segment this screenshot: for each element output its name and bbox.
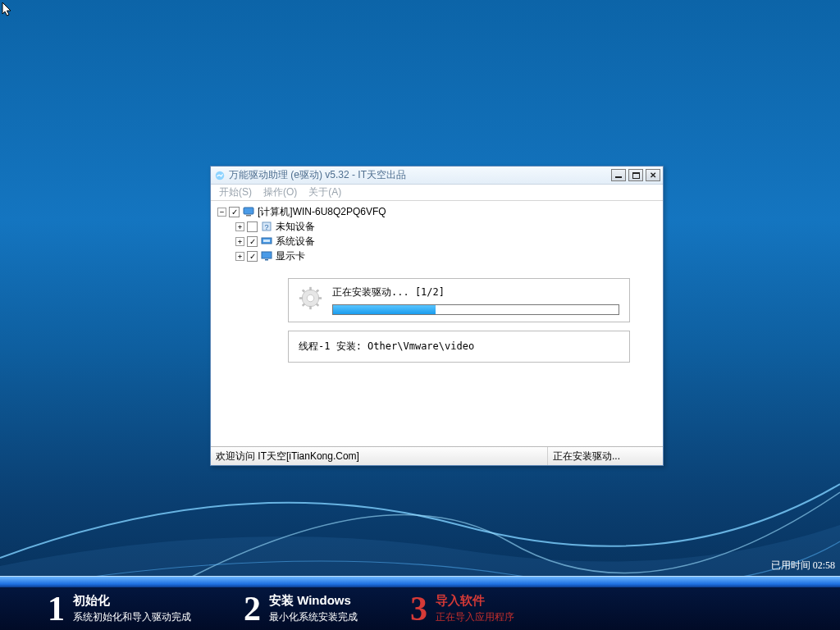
- step-title: 初始化: [73, 593, 191, 609]
- step-3: 3 导入软件 正在导入应用程序: [410, 591, 514, 626]
- status-left: 欢迎访问 IT天空[iTianKong.Com]: [211, 447, 548, 465]
- gear-icon: [299, 286, 322, 314]
- tree-item-display[interactable]: + 显示卡: [235, 249, 660, 263]
- progress-label: 正在安装驱动... [1/2]: [332, 285, 619, 299]
- device-tree[interactable]: − [计算机]WIN-6U8Q2PQ6VFQ + ? 未知设备 +: [217, 204, 660, 263]
- install-progress-panel: 正在安装驱动... [1/2]: [288, 278, 630, 322]
- svg-rect-7: [262, 252, 272, 258]
- status-right: 正在安装驱动...: [548, 447, 663, 465]
- tree-root[interactable]: − [计算机]WIN-6U8Q2PQ6VFQ: [217, 204, 660, 219]
- svg-rect-2: [246, 215, 251, 217]
- step-1: 1 初始化 系统初始化和导入驱动完成: [48, 591, 191, 626]
- unknown-device-icon: ?: [260, 220, 273, 233]
- svg-rect-12: [299, 297, 303, 299]
- expander-icon[interactable]: +: [235, 252, 244, 261]
- tree-item-unknown[interactable]: + ? 未知设备: [235, 219, 660, 234]
- step-number: 2: [244, 591, 261, 626]
- titlebar[interactable]: 万能驱动助理 (e驱动) v5.32 - IT天空出品 ✕: [211, 167, 663, 185]
- driver-assistant-window: 万能驱动助理 (e驱动) v5.32 - IT天空出品 ✕ 开始(S) 操作(O…: [210, 166, 664, 466]
- window-title: 万能驱动助理 (e驱动) v5.32 - IT天空出品: [229, 168, 611, 182]
- elapsed-time: 已用时间 02:58: [771, 559, 835, 573]
- close-button[interactable]: ✕: [646, 169, 660, 181]
- svg-rect-6: [263, 240, 270, 242]
- tree-label: [计算机]WIN-6U8Q2PQ6VFQ: [258, 205, 386, 219]
- expander-icon[interactable]: +: [235, 237, 244, 246]
- menu-start[interactable]: 开始(S): [216, 185, 255, 199]
- tree-label: 系统设备: [276, 235, 315, 249]
- progress-bar: [332, 304, 619, 315]
- menu-operate[interactable]: 操作(O): [260, 185, 300, 199]
- step-subtitle: 最小化系统安装完成: [269, 610, 358, 624]
- svg-rect-11: [309, 306, 312, 309]
- step-2: 2 安装 Windows 最小化系统安装完成: [244, 591, 358, 626]
- cursor-icon: [2, 2, 13, 18]
- computer-icon: [242, 205, 255, 218]
- progress-fill: [333, 305, 436, 314]
- maximize-button[interactable]: [628, 169, 643, 181]
- tree-item-system[interactable]: + 系统设备: [235, 234, 660, 249]
- system-device-icon: [260, 235, 273, 248]
- installer-footer: 1 初始化 系统初始化和导入驱动完成 2 安装 Windows 最小化系统安装完…: [0, 576, 840, 630]
- svg-point-18: [307, 294, 314, 302]
- checkbox[interactable]: [247, 251, 258, 262]
- tree-label: 显示卡: [276, 249, 305, 263]
- step-number: 3: [410, 591, 427, 626]
- statusbar: 欢迎访问 IT天空[iTianKong.Com] 正在安装驱动...: [211, 446, 663, 465]
- checkbox[interactable]: [247, 221, 258, 232]
- window-content: − [计算机]WIN-6U8Q2PQ6VFQ + ? 未知设备 +: [211, 201, 663, 446]
- step-subtitle: 正在导入应用程序: [436, 610, 514, 624]
- step-title: 导入软件: [436, 593, 514, 609]
- svg-rect-13: [318, 297, 322, 299]
- menu-about[interactable]: 关于(A): [305, 185, 345, 199]
- svg-rect-1: [244, 208, 253, 214]
- tree-label: 未知设备: [276, 220, 315, 234]
- expander-icon[interactable]: −: [217, 208, 226, 217]
- checkbox[interactable]: [229, 207, 240, 217]
- footer-divider: [0, 576, 840, 587]
- svg-text:?: ?: [264, 223, 268, 231]
- thread-status-text: 线程-1 安装: Other\Vmware\video: [299, 340, 474, 352]
- menubar: 开始(S) 操作(O) 关于(A): [211, 185, 663, 201]
- step-subtitle: 系统初始化和导入驱动完成: [73, 610, 191, 624]
- minimize-button[interactable]: [611, 169, 626, 181]
- checkbox[interactable]: [247, 236, 258, 247]
- step-title: 安装 Windows: [269, 593, 358, 609]
- thread-status-panel: 线程-1 安装: Other\Vmware\video: [288, 331, 630, 363]
- app-icon: [214, 170, 226, 181]
- svg-rect-10: [309, 287, 312, 290]
- display-adapter-icon: [260, 249, 273, 262]
- expander-icon[interactable]: +: [235, 222, 244, 231]
- svg-rect-8: [265, 259, 268, 261]
- step-number: 1: [48, 591, 65, 626]
